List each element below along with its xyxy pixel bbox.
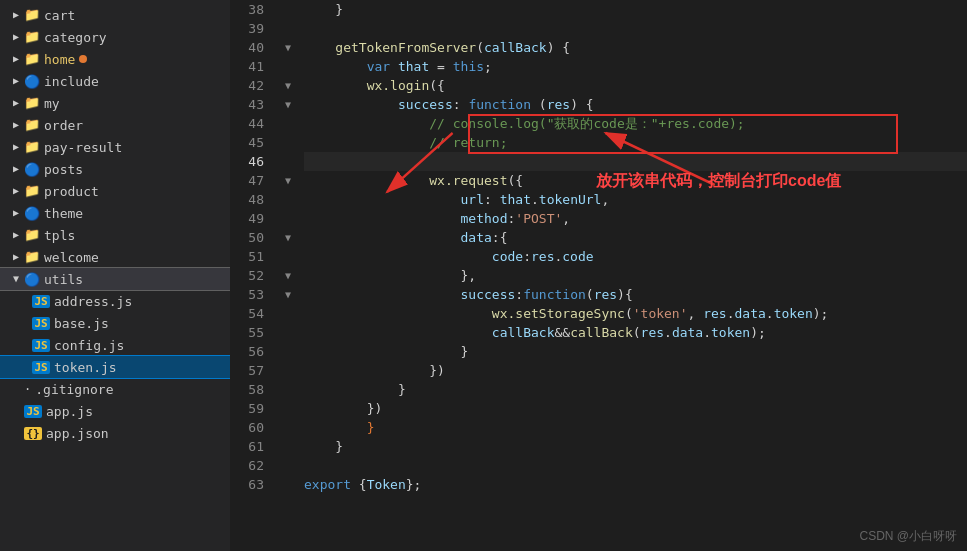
code-line-55: callBack&&callBack(res.data.token); xyxy=(304,323,967,342)
sidebar-item-my[interactable]: ▶ 📁 my xyxy=(0,92,230,114)
js-badge: JS xyxy=(24,405,42,418)
chevron-icon: ▶ xyxy=(8,73,24,89)
sidebar-item-label: theme xyxy=(44,206,83,221)
folder-icon-blue: 🔵 xyxy=(24,162,40,177)
sidebar-item-home[interactable]: ▶ 📁 home xyxy=(0,48,230,70)
folder-icon-blue: 🔵 xyxy=(24,272,40,287)
code-line-59: }) xyxy=(304,399,967,418)
sidebar-item-gitignore[interactable]: · .gitignore xyxy=(0,378,230,400)
sidebar-item-base-js[interactable]: JS base.js xyxy=(0,312,230,334)
code-line-62 xyxy=(304,456,967,475)
sidebar-item-utils[interactable]: ▼ 🔵 utils xyxy=(0,268,230,290)
sidebar-item-label: token.js xyxy=(54,360,117,375)
folder-icon: 📁 xyxy=(24,249,40,265)
chevron-icon: ▶ xyxy=(8,29,24,45)
code-editor: 38 39 40 41 42 43 44 45 46 47 48 49 50 5… xyxy=(230,0,967,551)
sidebar-item-posts[interactable]: ▶ 🔵 posts xyxy=(0,158,230,180)
code-line-42: wx.login({ xyxy=(304,76,967,95)
sidebar-item-cart[interactable]: ▶ 📁 cart xyxy=(0,4,230,26)
js-badge: JS xyxy=(32,295,50,308)
sidebar-item-label: tpls xyxy=(44,228,75,243)
code-line-47: wx.request({ xyxy=(304,171,967,190)
sidebar-item-app-json[interactable]: {} app.json xyxy=(0,422,230,444)
code-line-60: } xyxy=(304,418,967,437)
file-icon: · xyxy=(24,382,31,396)
chevron-icon: ▶ xyxy=(8,161,24,177)
folder-icon: 📁 xyxy=(24,183,40,199)
sidebar-item-label: app.js xyxy=(46,404,93,419)
code-line-52: }, xyxy=(304,266,967,285)
chevron-icon: ▶ xyxy=(8,117,24,133)
sidebar-item-theme[interactable]: ▶ 🔵 theme xyxy=(0,202,230,224)
sidebar-item-label: app.json xyxy=(46,426,109,441)
code-line-63: export {Token}; xyxy=(304,475,967,494)
sidebar-item-tpls[interactable]: ▶ 📁 tpls xyxy=(0,224,230,246)
sidebar-item-label: config.js xyxy=(54,338,124,353)
chevron-icon: ▶ xyxy=(8,183,24,199)
sidebar-item-category[interactable]: ▶ 📁 category xyxy=(0,26,230,48)
sidebar-item-pay-result[interactable]: ▶ 📁 pay-result xyxy=(0,136,230,158)
code-line-58: } xyxy=(304,380,967,399)
code-line-61: } xyxy=(304,437,967,456)
fold-arrows: ▼ ▼ ▼ ▼ ▼ ▼ ▼ xyxy=(280,0,296,551)
sidebar-item-label: home xyxy=(44,52,75,67)
code-line-39 xyxy=(304,19,967,38)
sidebar-item-label: cart xyxy=(44,8,75,23)
sidebar-item-label: .gitignore xyxy=(35,382,113,397)
folder-icon: 📁 xyxy=(24,51,40,67)
code-line-41: var that = this; xyxy=(304,57,967,76)
code-line-56: } xyxy=(304,342,967,361)
line-numbers: 38 39 40 41 42 43 44 45 46 47 48 49 50 5… xyxy=(230,0,280,551)
sidebar-item-label: welcome xyxy=(44,250,99,265)
sidebar-item-label: product xyxy=(44,184,99,199)
code-line-51: code:res.code xyxy=(304,247,967,266)
code-line-48: url: that.tokenUrl, xyxy=(304,190,967,209)
code-line-53: success:function(res){ xyxy=(304,285,967,304)
chevron-icon: ▶ xyxy=(8,249,24,265)
sidebar-item-address-js[interactable]: JS address.js xyxy=(0,290,230,312)
code-line-57: }) xyxy=(304,361,967,380)
modified-dot xyxy=(79,55,87,63)
sidebar: ▶ 📁 cart ▶ 📁 category ▶ 📁 home ▶ 🔵 inclu… xyxy=(0,0,230,551)
json-badge: {} xyxy=(24,427,42,440)
code-line-46 xyxy=(304,152,967,171)
folder-icon-blue: 🔵 xyxy=(24,74,40,89)
code-line-45: // return; xyxy=(304,133,967,152)
chevron-icon: ▶ xyxy=(8,227,24,243)
sidebar-item-label: include xyxy=(44,74,99,89)
code-line-50: data:{ xyxy=(304,228,967,247)
folder-icon: 📁 xyxy=(24,139,40,155)
chevron-icon: ▶ xyxy=(8,95,24,111)
sidebar-item-app-js[interactable]: JS app.js xyxy=(0,400,230,422)
sidebar-item-label: category xyxy=(44,30,107,45)
sidebar-item-label: pay-result xyxy=(44,140,122,155)
sidebar-item-order[interactable]: ▶ 📁 order xyxy=(0,114,230,136)
folder-icon: 📁 xyxy=(24,117,40,133)
sidebar-item-token-js[interactable]: JS token.js xyxy=(0,356,230,378)
watermark: CSDN @小白呀呀 xyxy=(859,528,957,545)
code-content: } getTokenFromServer(callBack) { var tha… xyxy=(296,0,967,551)
sidebar-item-product[interactable]: ▶ 📁 product xyxy=(0,180,230,202)
folder-icon: 📁 xyxy=(24,29,40,45)
chevron-icon: ▼ xyxy=(8,271,24,287)
folder-icon: 📁 xyxy=(24,227,40,243)
code-line-40: getTokenFromServer(callBack) { xyxy=(304,38,967,57)
sidebar-item-label: posts xyxy=(44,162,83,177)
sidebar-item-config-js[interactable]: JS config.js xyxy=(0,334,230,356)
folder-icon-blue: 🔵 xyxy=(24,206,40,221)
chevron-icon: ▶ xyxy=(8,7,24,23)
sidebar-item-label: my xyxy=(44,96,60,111)
code-line-54: wx.setStorageSync('token', res.data.toke… xyxy=(304,304,967,323)
js-badge: JS xyxy=(32,361,50,374)
chevron-icon: ▶ xyxy=(8,205,24,221)
sidebar-item-welcome[interactable]: ▶ 📁 welcome xyxy=(0,246,230,268)
sidebar-item-include[interactable]: ▶ 🔵 include xyxy=(0,70,230,92)
sidebar-item-label: order xyxy=(44,118,83,133)
code-line-49: method:'POST', xyxy=(304,209,967,228)
code-line-38: } xyxy=(304,0,967,19)
js-badge: JS xyxy=(32,317,50,330)
code-line-44: // console.log("获取的code是："+res.code); xyxy=(304,114,967,133)
folder-icon: 📁 xyxy=(24,95,40,111)
sidebar-item-label: address.js xyxy=(54,294,132,309)
chevron-icon: ▶ xyxy=(8,139,24,155)
